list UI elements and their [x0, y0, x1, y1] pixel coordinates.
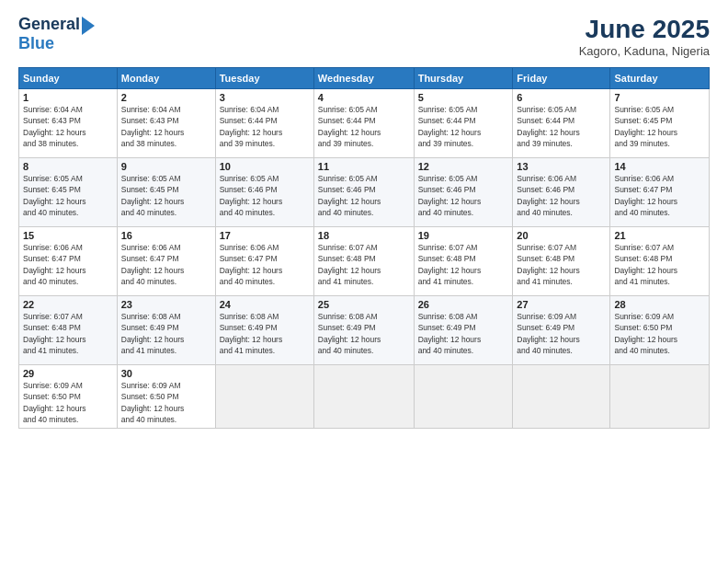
calendar-day-29: 29Sunrise: 6:09 AMSunset: 6:50 PMDayligh… [19, 365, 118, 429]
day-number: 1 [23, 92, 113, 103]
day-number: 22 [23, 299, 113, 310]
day-number: 14 [614, 161, 705, 172]
day-number: 21 [614, 230, 705, 241]
header: General Blue June 2025 Kagoro, Kaduna, N… [18, 15, 710, 58]
empty-cell [215, 365, 313, 429]
calendar-day-30: 30Sunrise: 6:09 AMSunset: 6:50 PMDayligh… [117, 365, 215, 429]
calendar-day-23: 23Sunrise: 6:08 AMSunset: 6:49 PMDayligh… [117, 296, 215, 365]
day-number: 13 [517, 161, 606, 172]
day-number: 3 [220, 92, 310, 103]
calendar-day-1: 1Sunrise: 6:04 AMSunset: 6:43 PMDaylight… [19, 89, 118, 158]
calendar-day-13: 13Sunrise: 6:06 AMSunset: 6:46 PMDayligh… [513, 158, 610, 227]
day-info: Sunrise: 6:09 AMSunset: 6:50 PMDaylight:… [614, 311, 705, 356]
weekday-header-wednesday: Wednesday [313, 68, 414, 89]
empty-cell [313, 365, 414, 429]
month-year: June 2025 [579, 15, 710, 44]
day-number: 16 [121, 230, 211, 241]
calendar-day-16: 16Sunrise: 6:06 AMSunset: 6:47 PMDayligh… [117, 227, 215, 296]
day-number: 18 [318, 230, 410, 241]
empty-cell [610, 365, 710, 429]
day-number: 30 [121, 368, 211, 379]
weekday-header-thursday: Thursday [414, 68, 513, 89]
calendar-day-17: 17Sunrise: 6:06 AMSunset: 6:47 PMDayligh… [215, 227, 313, 296]
page: General Blue June 2025 Kagoro, Kaduna, N… [0, 0, 728, 563]
day-number: 17 [220, 230, 310, 241]
day-info: Sunrise: 6:05 AMSunset: 6:44 PMDaylight:… [318, 104, 410, 149]
calendar-day-24: 24Sunrise: 6:08 AMSunset: 6:49 PMDayligh… [215, 296, 313, 365]
logo-blue-text: Blue [18, 35, 54, 53]
logo-arrow-icon [82, 17, 95, 35]
day-info: Sunrise: 6:07 AMSunset: 6:48 PMDaylight:… [23, 311, 113, 356]
day-info: Sunrise: 6:09 AMSunset: 6:49 PMDaylight:… [517, 311, 606, 356]
day-info: Sunrise: 6:06 AMSunset: 6:47 PMDaylight:… [614, 173, 705, 218]
day-info: Sunrise: 6:07 AMSunset: 6:48 PMDaylight:… [614, 242, 705, 287]
calendar-day-22: 22Sunrise: 6:07 AMSunset: 6:48 PMDayligh… [19, 296, 118, 365]
day-number: 29 [23, 368, 113, 379]
day-info: Sunrise: 6:09 AMSunset: 6:50 PMDaylight:… [121, 380, 211, 425]
day-number: 15 [23, 230, 113, 241]
calendar-week-1: 1Sunrise: 6:04 AMSunset: 6:43 PMDaylight… [19, 89, 710, 158]
calendar-day-19: 19Sunrise: 6:07 AMSunset: 6:48 PMDayligh… [414, 227, 513, 296]
day-info: Sunrise: 6:06 AMSunset: 6:46 PMDaylight:… [517, 173, 606, 218]
calendar-day-12: 12Sunrise: 6:05 AMSunset: 6:46 PMDayligh… [414, 158, 513, 227]
day-number: 24 [220, 299, 310, 310]
day-info: Sunrise: 6:06 AMSunset: 6:47 PMDaylight:… [23, 242, 113, 287]
day-info: Sunrise: 6:05 AMSunset: 6:45 PMDaylight:… [614, 104, 705, 149]
day-number: 19 [418, 230, 509, 241]
weekday-header-tuesday: Tuesday [215, 68, 313, 89]
day-info: Sunrise: 6:04 AMSunset: 6:43 PMDaylight:… [121, 104, 211, 149]
calendar-day-11: 11Sunrise: 6:05 AMSunset: 6:46 PMDayligh… [313, 158, 414, 227]
day-info: Sunrise: 6:05 AMSunset: 6:44 PMDaylight:… [418, 104, 509, 149]
calendar-day-9: 9Sunrise: 6:05 AMSunset: 6:45 PMDaylight… [117, 158, 215, 227]
day-number: 26 [418, 299, 509, 310]
calendar-day-2: 2Sunrise: 6:04 AMSunset: 6:43 PMDaylight… [117, 89, 215, 158]
calendar-day-10: 10Sunrise: 6:05 AMSunset: 6:46 PMDayligh… [215, 158, 313, 227]
weekday-header-row: SundayMondayTuesdayWednesdayThursdayFrid… [19, 68, 710, 89]
day-info: Sunrise: 6:05 AMSunset: 6:46 PMDaylight:… [318, 173, 410, 218]
day-number: 6 [517, 92, 606, 103]
empty-cell [513, 365, 610, 429]
logo-text: General [18, 16, 80, 34]
calendar-day-15: 15Sunrise: 6:06 AMSunset: 6:47 PMDayligh… [19, 227, 118, 296]
day-number: 4 [318, 92, 410, 103]
day-number: 27 [517, 299, 606, 310]
calendar-day-8: 8Sunrise: 6:05 AMSunset: 6:45 PMDaylight… [19, 158, 118, 227]
calendar-day-5: 5Sunrise: 6:05 AMSunset: 6:44 PMDaylight… [414, 89, 513, 158]
calendar-day-27: 27Sunrise: 6:09 AMSunset: 6:49 PMDayligh… [513, 296, 610, 365]
day-number: 10 [220, 161, 310, 172]
day-info: Sunrise: 6:09 AMSunset: 6:50 PMDaylight:… [23, 380, 113, 425]
day-info: Sunrise: 6:07 AMSunset: 6:48 PMDaylight:… [418, 242, 509, 287]
calendar-day-25: 25Sunrise: 6:08 AMSunset: 6:49 PMDayligh… [313, 296, 414, 365]
weekday-header-sunday: Sunday [19, 68, 118, 89]
weekday-header-monday: Monday [117, 68, 215, 89]
day-info: Sunrise: 6:05 AMSunset: 6:45 PMDaylight:… [23, 173, 113, 218]
day-number: 20 [517, 230, 606, 241]
title-block: June 2025 Kagoro, Kaduna, Nigeria [579, 15, 710, 58]
logo: General Blue [18, 15, 95, 53]
day-info: Sunrise: 6:05 AMSunset: 6:44 PMDaylight:… [517, 104, 606, 149]
calendar-day-7: 7Sunrise: 6:05 AMSunset: 6:45 PMDaylight… [610, 89, 710, 158]
day-info: Sunrise: 6:05 AMSunset: 6:45 PMDaylight:… [121, 173, 211, 218]
calendar-week-2: 8Sunrise: 6:05 AMSunset: 6:45 PMDaylight… [19, 158, 710, 227]
day-info: Sunrise: 6:04 AMSunset: 6:43 PMDaylight:… [23, 104, 113, 149]
day-number: 5 [418, 92, 509, 103]
calendar-day-4: 4Sunrise: 6:05 AMSunset: 6:44 PMDaylight… [313, 89, 414, 158]
day-info: Sunrise: 6:04 AMSunset: 6:44 PMDaylight:… [220, 104, 310, 149]
day-info: Sunrise: 6:06 AMSunset: 6:47 PMDaylight:… [220, 242, 310, 287]
day-number: 11 [318, 161, 410, 172]
day-info: Sunrise: 6:05 AMSunset: 6:46 PMDaylight:… [418, 173, 509, 218]
day-number: 28 [614, 299, 705, 310]
weekday-header-saturday: Saturday [610, 68, 710, 89]
location: Kagoro, Kaduna, Nigeria [579, 44, 710, 58]
calendar-week-4: 22Sunrise: 6:07 AMSunset: 6:48 PMDayligh… [19, 296, 710, 365]
calendar-day-3: 3Sunrise: 6:04 AMSunset: 6:44 PMDaylight… [215, 89, 313, 158]
day-number: 25 [318, 299, 410, 310]
calendar-day-20: 20Sunrise: 6:07 AMSunset: 6:48 PMDayligh… [513, 227, 610, 296]
calendar-week-3: 15Sunrise: 6:06 AMSunset: 6:47 PMDayligh… [19, 227, 710, 296]
day-info: Sunrise: 6:08 AMSunset: 6:49 PMDaylight:… [318, 311, 410, 356]
empty-cell [414, 365, 513, 429]
day-number: 2 [121, 92, 211, 103]
calendar-day-26: 26Sunrise: 6:08 AMSunset: 6:49 PMDayligh… [414, 296, 513, 365]
day-number: 12 [418, 161, 509, 172]
day-info: Sunrise: 6:08 AMSunset: 6:49 PMDaylight:… [220, 311, 310, 356]
